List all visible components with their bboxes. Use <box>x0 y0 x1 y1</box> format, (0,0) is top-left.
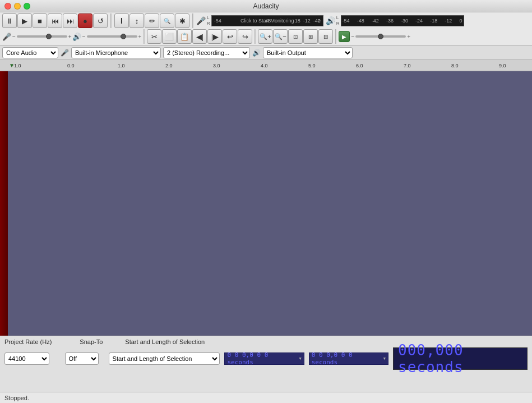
zoom-out-icon: 🔍− <box>275 33 286 40</box>
close-button[interactable] <box>4 3 11 10</box>
bottom-toolbar: Project Rate (Hz) Snap-To Start and Leng… <box>0 336 532 392</box>
speaker-volume-section: 🔊 − + <box>72 33 142 41</box>
window-title: Audacity <box>253 2 279 10</box>
status-bar: Stopped. <box>0 392 532 403</box>
envelope-tool-button[interactable]: ↕ <box>129 13 144 28</box>
speaker-volume-slider[interactable] <box>87 35 137 38</box>
zoom-width-button[interactable]: ⊟ <box>318 29 333 44</box>
toolbar-divider-1 <box>110 13 112 28</box>
pause-button[interactable]: ⏸ <box>2 13 17 28</box>
stop-button[interactable]: ■ <box>33 13 47 28</box>
ruler-mark-4: 4.0 <box>261 63 268 68</box>
redo-button[interactable]: ↪ <box>238 29 252 44</box>
ruler-mark-8: 8.0 <box>451 63 459 68</box>
db-mark-1: -54 <box>214 18 221 24</box>
toolbar-divider-3 <box>144 29 145 44</box>
track-label <box>0 71 8 336</box>
timeline-ruler[interactable]: ▼ -1.0 0.0 1.0 2.0 3.0 4.0 5.0 6.0 7.0 8… <box>0 60 532 71</box>
trim-left-button[interactable]: ◀| <box>192 29 207 44</box>
status-text: Stopped. <box>4 395 29 401</box>
undo-button[interactable]: ↩ <box>223 29 237 44</box>
mic-volume-max: + <box>68 34 72 40</box>
output-vu-scale: -54 -48 -42 -36 -30 -24 -18 -12 0 <box>341 18 464 24</box>
big-time-display: 000,000 seconds <box>393 347 528 370</box>
speaker-icon: 🔊 <box>326 16 335 25</box>
record-button[interactable]: ● <box>78 13 92 28</box>
play-speed-section: ▶ − + <box>339 31 410 42</box>
channels-selector[interactable]: 2 (Stereo) Recording... <box>163 47 250 58</box>
draw-tool-button[interactable]: ✏ <box>145 13 159 28</box>
multi-tool-button[interactable]: ✱ <box>175 13 189 28</box>
play-button[interactable]: ▶ <box>17 13 32 28</box>
title-bar: Audacity <box>0 0 532 12</box>
loop-button[interactable]: ↺ <box>93 13 108 28</box>
output-speaker-icon: 🔊 <box>252 49 261 57</box>
input-mic-icon: 🎤 <box>61 49 69 57</box>
mic-icon: 🎤 <box>196 16 206 25</box>
play-speed-button[interactable]: ▶ <box>339 31 350 42</box>
click-to-monitor-label[interactable]: Click to Start Monitoring <box>240 18 294 24</box>
zoom-out-button[interactable]: 🔍− <box>273 29 288 44</box>
snap-to-label: Snap-To <box>80 338 103 345</box>
toolbar-row1: ⏸ ▶ ■ ⏮ ⏭ ● ↺ I ↕ ✏ <box>2 13 530 28</box>
paste-button[interactable]: 📋 <box>177 29 192 44</box>
selection-length-display[interactable]: 0 0 0,0 0 0 seconds <box>309 352 388 365</box>
db-mark-right-3: 0 <box>318 18 321 24</box>
selection-label: Start and Length of Selection <box>125 338 205 345</box>
window-controls <box>4 3 30 10</box>
select-tool-icon: I <box>121 16 123 25</box>
mic-volume-slider[interactable] <box>17 35 67 38</box>
out-db-6: -24 <box>415 18 423 24</box>
maximize-button[interactable] <box>24 3 30 10</box>
out-db-5: -30 <box>401 18 408 24</box>
mic-volume-min: − <box>12 34 16 40</box>
out-db-8: -12 <box>445 18 452 24</box>
speaker-volume-icon: 🔊 <box>72 33 81 41</box>
selection-type-dropdown[interactable]: Start and Length of Selection Start and … <box>109 352 220 365</box>
input-device-selector[interactable]: Built-in Microphone <box>71 47 161 58</box>
toolbar-divider-2 <box>192 13 193 28</box>
output-vu-section: 🔊 LR -54 -48 -42 -36 -30 -24 -18 -12 0 <box>326 15 464 26</box>
zoom-sel-icon: ⊡ <box>293 34 298 40</box>
snap-to-dropdown[interactable]: Off Nearest Prior <box>65 352 99 365</box>
ruler-mark-3: 3.0 <box>213 63 220 68</box>
zoom-fit-icon: ⊞ <box>308 34 313 40</box>
output-device-selector[interactable]: Built-in Output <box>263 47 353 58</box>
output-vu-meter[interactable]: -54 -48 -42 -36 -30 -24 -18 -12 0 <box>341 15 464 26</box>
out-db-3: -42 <box>372 18 379 24</box>
input-lr-label: LR <box>207 15 210 26</box>
cut-button[interactable]: ✂ <box>147 29 161 44</box>
trim-right-button[interactable]: |▶ <box>207 29 222 44</box>
select-tool-button[interactable]: I <box>114 13 129 28</box>
project-rate-dropdown[interactable]: 44100 <box>4 352 49 365</box>
zoom-sel-button[interactable]: ⊡ <box>288 29 303 44</box>
mic-volume-section: 🎤 − + <box>2 33 72 41</box>
play-speed-max: + <box>407 34 410 40</box>
toolbar-divider-4 <box>255 29 256 44</box>
zoom-tool-button[interactable]: 🔍 <box>160 13 174 28</box>
next-button[interactable]: ⏭ <box>63 13 77 28</box>
tools-section: I ↕ ✏ 🔍 ✱ <box>114 13 189 28</box>
envelope-tool-icon: ↕ <box>135 17 139 25</box>
device-row: Core Audio 🎤 Built-in Microphone 2 (Ster… <box>0 45 532 60</box>
track-area[interactable] <box>0 71 532 336</box>
zoom-tool-icon: 🔍 <box>164 18 170 24</box>
selection-start-display[interactable]: 0 0 0,0 0 0 seconds <box>224 352 304 365</box>
controls-row: 🎤 − + 🔊 − + ✂ ⬜ 📋 ◀| |▶ <box>2 29 530 44</box>
out-db-1: -54 <box>343 18 350 24</box>
mic-volume-icon: 🎤 <box>2 33 11 41</box>
play-speed-min: − <box>351 34 354 40</box>
input-vu-section: 🎤 LR -54 -48 -42 Click to Start Monitori… <box>196 15 323 26</box>
copy-button[interactable]: ⬜ <box>162 29 177 44</box>
prev-button[interactable]: ⏮ <box>48 13 62 28</box>
out-db-2: -48 <box>357 18 364 24</box>
minimize-button[interactable] <box>14 3 21 10</box>
ruler-mark-2: 2.0 <box>165 63 173 68</box>
input-vu-meter[interactable]: -54 -48 -42 Click to Start Monitoring -1… <box>211 15 323 26</box>
play-speed-slider[interactable] <box>355 35 406 38</box>
output-lr-label: LR <box>336 15 340 26</box>
zoom-in-button[interactable]: 🔍+ <box>258 29 272 44</box>
host-selector[interactable]: Core Audio <box>2 47 58 58</box>
out-db-9: 0 <box>459 18 462 24</box>
zoom-fit-button[interactable]: ⊞ <box>303 29 318 44</box>
